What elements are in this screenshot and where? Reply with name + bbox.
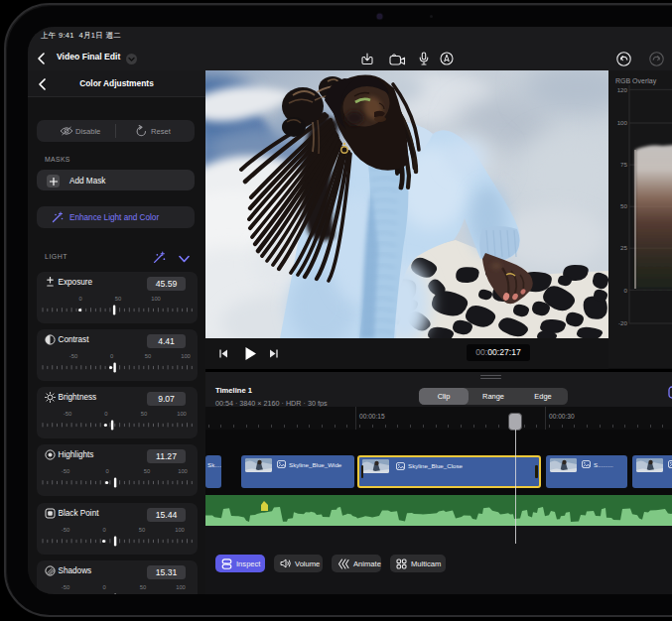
svg-text:0: 0 bbox=[624, 287, 628, 294]
svg-text:120: 120 bbox=[617, 86, 628, 93]
svg-text:100: 100 bbox=[617, 119, 628, 126]
svg-text:-20: -20 bbox=[618, 319, 628, 326]
svg-text:75: 75 bbox=[620, 161, 627, 168]
svg-text:25: 25 bbox=[620, 244, 627, 251]
svg-text:50: 50 bbox=[620, 202, 627, 209]
svg-text:RGB Overlay: RGB Overlay bbox=[615, 77, 657, 85]
